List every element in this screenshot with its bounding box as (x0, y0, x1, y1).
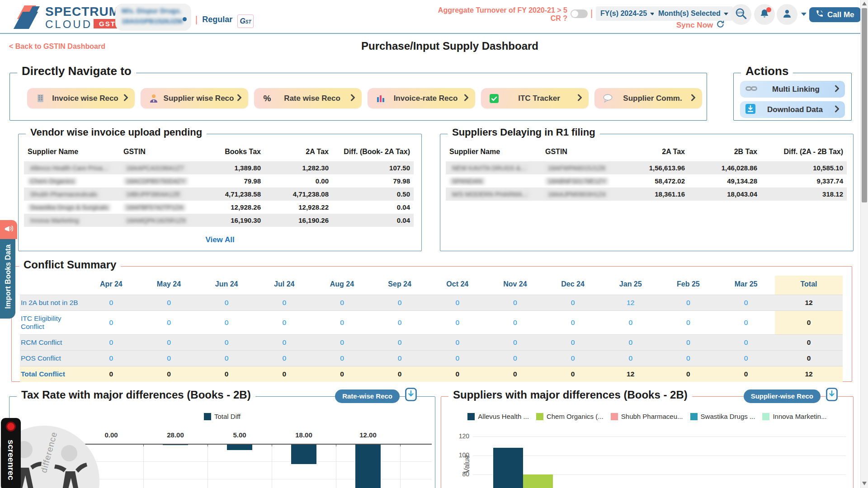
conflict-value-link[interactable]: 0 (167, 299, 171, 306)
conflict-value-link[interactable]: 0 (744, 319, 748, 326)
turnover-toggle[interactable] (571, 9, 588, 18)
conflict-value-link[interactable]: 0 (340, 354, 344, 362)
month-header: Apr 24 (82, 276, 140, 295)
spectrum-logo-icon (18, 5, 42, 30)
scroll-down-icon[interactable] (862, 482, 867, 485)
conflict-value-link[interactable]: 0 (225, 338, 229, 346)
conflict-value-link[interactable]: 0 (167, 338, 171, 346)
user-menu-caret-icon[interactable] (801, 13, 807, 16)
r1-delay-section: Suppliers Delaying in R1 filing Supplier… (440, 134, 854, 251)
fy-selector-dropdown[interactable]: FY(s) 2024-25 (596, 6, 659, 21)
conflict-value-link[interactable]: 0 (109, 338, 113, 346)
month-header: Mar 25 (717, 276, 775, 295)
supplier-wise-reco-button[interactable]: Supplier-wise Reco (744, 389, 821, 403)
conflict-value-link[interactable]: 0 (455, 338, 459, 346)
gst-emblem-icon: GST (237, 14, 254, 28)
conflict-summary-table: Apr 24May 24Jun 24Jul 24Aug 24Sep 24Oct … (20, 276, 843, 382)
conflict-value-link[interactable]: 0 (398, 338, 402, 346)
user-menu-button[interactable] (777, 4, 797, 25)
conflict-value-link[interactable]: 0 (571, 319, 575, 326)
conflict-value-link[interactable]: 0 (282, 319, 286, 326)
conflict-value-link[interactable]: 0 (744, 354, 748, 362)
conflict-value-link[interactable]: 0 (628, 354, 632, 362)
conflict-value-link[interactable]: 0 (513, 354, 517, 362)
view-all-link[interactable]: View All (19, 235, 421, 244)
export-icon[interactable] (405, 388, 417, 403)
conflict-value-link[interactable]: 0 (398, 299, 402, 306)
scrollbar-thumb[interactable] (862, 8, 867, 202)
conflict-value-link[interactable]: 0 (455, 354, 459, 362)
conflict-value-link[interactable]: 0 (455, 299, 459, 306)
navigate-button-itc-tracker[interactable]: ITC Tracker (481, 88, 589, 108)
conflict-value-link[interactable]: 0 (744, 338, 748, 346)
conflict-value-link[interactable]: 0 (282, 299, 286, 306)
bar-chart-icon (374, 94, 387, 103)
month-header: Sep 24 (371, 276, 429, 295)
vertical-scrollbar[interactable] (860, 0, 868, 488)
announcements-tab[interactable] (0, 220, 17, 239)
column-header: Diff. (2A - 2B Tax) (761, 144, 847, 161)
conflict-value-link[interactable]: 0 (282, 354, 286, 362)
navigate-button-invoice-wise-reco[interactable]: Invoice wise Reco (27, 88, 135, 108)
conflict-value-link[interactable]: 0 (571, 354, 575, 362)
import-books-data-tab[interactable]: Import Books Data (0, 239, 15, 319)
conflict-value-link[interactable]: 0 (628, 319, 632, 326)
conflict-value-link[interactable]: 0 (225, 299, 229, 306)
month-selector-dropdown[interactable]: Month(s) Selected (654, 6, 733, 21)
screen-recorder-widget[interactable]: screenrec (1, 418, 21, 488)
notifications-button[interactable] (754, 4, 775, 25)
conflict-value-link[interactable]: 0 (513, 338, 517, 346)
conflict-value-link[interactable]: 0 (109, 299, 113, 306)
rate-wise-reco-button[interactable]: Rate-wise Reco (335, 389, 400, 403)
conflict-row-label: Total Conflict (20, 366, 82, 382)
sync-now-button[interactable]: Sync Now (676, 20, 725, 30)
conflict-value-link[interactable]: 12 (627, 299, 634, 306)
section-title: Vendor wise invoice upload pending (26, 127, 207, 138)
navigate-button-invoice-rate-reco[interactable]: Invoice-rate Reco (368, 88, 475, 108)
supplier-icon (147, 94, 160, 103)
conflict-value-link[interactable]: 0 (455, 319, 459, 326)
navigate-button-supplier-wise-reco[interactable]: Supplier wise Reco (141, 88, 248, 108)
call-me-button[interactable]: Call Me (809, 7, 861, 22)
y-tick-label: 100 (451, 451, 469, 459)
conflict-value-link[interactable]: 0 (398, 354, 402, 362)
conflict-value-link[interactable]: 0 (686, 319, 690, 326)
conflict-value-link[interactable]: 0 (513, 299, 517, 306)
download-icon (745, 104, 755, 116)
conflict-value-link[interactable]: 0 (398, 319, 402, 326)
conflict-value-link[interactable]: 0 (225, 319, 229, 326)
download-data-button[interactable]: Download Data (740, 101, 845, 118)
navigate-button-supplier-comm-[interactable]: Supplier Comm. (594, 88, 702, 108)
conflict-value-link[interactable]: 0 (571, 299, 575, 306)
x-category-label: 0.00 (89, 431, 134, 439)
multi-linking-button[interactable]: Multi Linking (740, 81, 845, 98)
conflict-value-link[interactable]: 0 (571, 338, 575, 346)
export-icon[interactable] (826, 388, 838, 403)
month-header: May 24 (140, 276, 198, 295)
conflict-value-link[interactable]: 0 (109, 319, 113, 326)
conflict-value-link[interactable]: 0 (282, 338, 286, 346)
conflict-value-link[interactable]: 0 (686, 338, 690, 346)
gstin-search-button[interactable]: GSTIN (731, 4, 751, 25)
conflict-value-link[interactable]: 0 (513, 319, 517, 326)
conflict-value-link[interactable]: 0 (167, 319, 171, 326)
conflict-value-link[interactable]: 0 (225, 354, 229, 362)
conflict-value-link[interactable]: 0 (340, 338, 344, 346)
svg-text:GSTIN: GSTIN (737, 12, 743, 14)
chevron-right-icon (464, 94, 469, 103)
scroll-up-icon[interactable] (862, 2, 867, 5)
conflict-value-link[interactable]: 0 (167, 354, 171, 362)
navigate-button-rate-wise-reco[interactable]: %Rate wise Reco (254, 88, 362, 108)
back-to-gstin-dashboard-link[interactable]: < Back to GSTIN Dashboard (9, 42, 105, 51)
conflict-value-link[interactable]: 0 (686, 354, 690, 362)
company-info-pill: M/s. Dispur Drugs. 18AGGPB1526JZM (115, 4, 191, 31)
conflict-value-link[interactable]: 0 (109, 354, 113, 362)
conflict-row-label: In 2A but not in 2B (20, 295, 82, 311)
conflict-row: Total Conflict000000000120012 (20, 366, 843, 382)
conflict-value-link[interactable]: 0 (628, 338, 632, 346)
conflict-value-link[interactable]: 0 (340, 319, 344, 326)
bar (291, 445, 316, 464)
conflict-value-link[interactable]: 0 (686, 299, 690, 306)
conflict-value-link[interactable]: 0 (744, 299, 748, 306)
conflict-value-link[interactable]: 0 (340, 299, 344, 306)
